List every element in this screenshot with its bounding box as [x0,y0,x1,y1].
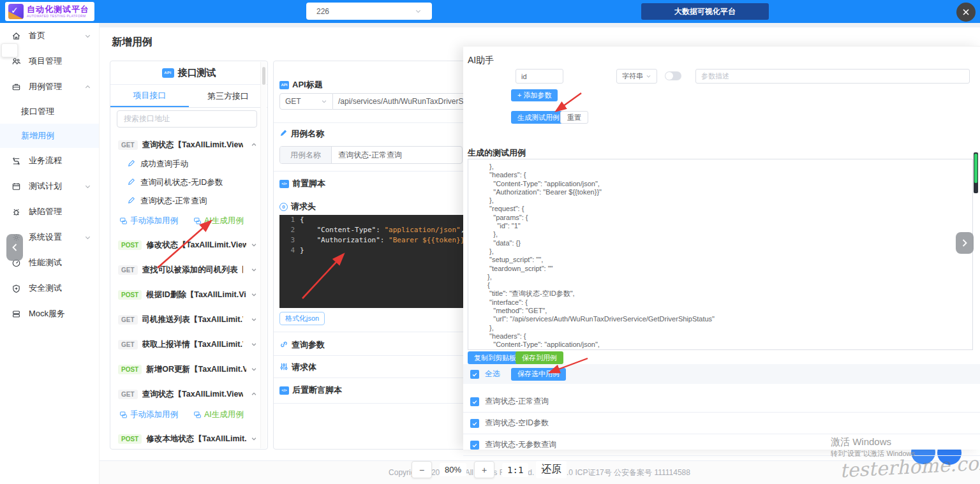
select-all-label[interactable]: 全选 [485,369,500,379]
case-item[interactable]: 查询状态-正常查询 [128,194,257,207]
chevron-down-icon [646,73,651,79]
manual-add-case-link[interactable]: 手动添加用例 [119,216,178,226]
api-group[interactable]: POST 新增OR更新【TaxAllLimit.View】 [118,362,257,376]
tab-project-api[interactable]: 项目接口 [110,85,189,107]
api-list: GET 查询状态【TaxAllLimit.View】 成功查询手动 查询司机状态… [118,130,257,448]
save-to-case-button[interactable]: 保存到用例 [516,351,563,364]
briefcase-icon [11,82,21,92]
chevron-down-icon [251,436,257,442]
case-checkbox[interactable] [470,441,479,450]
format-json-button[interactable]: 格式化json [279,312,325,325]
param-name-input[interactable]: id [516,69,563,84]
sidebar-item-api-mgmt[interactable]: 接口管理 [0,99,99,124]
calendar-icon [11,182,21,191]
chevron-down-icon [251,291,257,298]
post-assert-script-label[interactable]: </> 后置断言脚本 [279,385,342,396]
zoom-ratio-button[interactable]: 1:1 [502,463,528,477]
zoom-restore-button[interactable]: 还原 [536,461,567,478]
query-params-label[interactable]: 查询参数 [279,339,325,351]
ai-generate-case-link[interactable]: AI生成用例 [193,216,244,226]
generate-cases-button[interactable]: 生成测试用例 [511,111,566,124]
api-group[interactable]: GET 查询状态【TaxAllLimit.View】 [118,138,257,152]
method-tag: POST [118,365,142,374]
env-select[interactable]: 226 [306,3,432,20]
api-panel-header: API 接口测试 [110,61,267,85]
api-group[interactable]: POST 修改本地状态【TaxAllLimit.Vie... [118,432,257,446]
case-checkbox[interactable] [470,419,479,428]
method-tag: GET [118,315,138,325]
zoom-out-button[interactable]: − [412,461,432,478]
api-icon: API [162,68,174,78]
scrollbar-thumb[interactable] [974,154,977,183]
case-name-input-group: 用例名称 查询状态-正常查询 [279,146,463,164]
collapse-left-button[interactable] [6,234,23,261]
app-logo[interactable]: ✓ 自动化测试平台 AUTOMATED TESTING PLATFORM [5,2,94,21]
headers-code-editor[interactable]: 1{ 2 "Content-Type": "application/json",… [279,215,468,308]
flow-icon [11,156,21,166]
bigdata-platform-button[interactable]: 大数据可视化平台 [641,3,769,20]
request-headers-label[interactable]: 0 请求头 [279,201,316,212]
app-window: ✓ 自动化测试平台 AUTOMATED TESTING PLATFORM 226… [0,0,980,484]
sidebar-item-mock-service[interactable]: Mock服务 [0,301,99,326]
method-tag: POST [118,240,142,250]
request-line: GET /api/services/Auth/WuRunTaxDriverSer… [279,93,468,110]
link-icon [279,340,288,351]
case-item[interactable]: 成功查询手动 [128,158,257,170]
manual-add-case-link[interactable]: 手动添加用例 [119,409,178,420]
case-checkbox[interactable] [470,397,479,406]
chevron-down-icon [251,242,257,248]
chevron-down-icon [84,33,91,40]
add-param-button[interactable]: + 添加参数 [511,89,558,101]
tab-third-party-api[interactable]: 第三方接口 [189,85,267,107]
chevron-up-icon [84,84,91,91]
header-divider [99,23,980,27]
copy-to-clipboard-button[interactable]: 复制到剪贴板 [468,351,523,364]
chevron-down-icon [251,341,257,348]
case-item[interactable]: 查询司机状态-无ID参数 [128,176,257,189]
api-group[interactable]: POST 根据ID删除【TaxAllLimit.View】 [118,288,257,302]
reset-button[interactable]: 重置 [560,111,588,124]
param-desc-input[interactable]: 参数描述 [695,69,970,84]
sidebar-item-business-flow[interactable]: 业务流程 [0,148,99,173]
method-select[interactable]: GET [279,93,333,110]
close-icon[interactable] [956,3,976,22]
method-tag: GET [118,265,138,275]
case-name-label: 用例名称 [279,128,324,140]
zoom-in-button[interactable]: + [474,461,494,478]
select-all-checkbox[interactable] [470,370,479,379]
api-group[interactable]: GET 司机推送列表【TaxAllLimit.View】 [118,312,257,326]
scrollbar-thumb[interactable] [262,67,265,85]
api-tabs: 项目接口 第三方接口 [110,85,267,108]
shield-icon [11,284,21,293]
api-group[interactable]: POST 修改状态【TaxAllLimit.View】 [118,238,257,252]
chevron-down-icon [415,8,422,15]
generated-cases-json[interactable]: }, "headers": { "Content-Type": "applica… [468,159,973,350]
api-group[interactable]: GET 查询状态【TaxAllLimit.View】 [118,387,257,401]
scrollbar[interactable] [260,62,267,448]
sidebar-item-security-test[interactable]: 安全测试 [0,275,99,301]
sidebar-item-case-mgmt[interactable]: 用例管理 [0,74,99,99]
api-group[interactable]: GET 获取上报详情【TaxAllLimit.View】 [118,337,257,351]
ai-generate-case-link[interactable]: AI生成用例 [193,409,244,420]
method-tag: POST [118,290,142,300]
chevron-up-icon [251,391,257,397]
scrollbar[interactable] [974,152,978,193]
api-group[interactable]: GET 查找可以被添加的司机列表【Ta... [118,263,257,277]
sidebar-item-new-case[interactable]: 新增用例 [0,124,99,148]
case-name-input[interactable]: 查询状态-正常查询 [332,147,462,163]
sidebar-item-test-plan[interactable]: 测试计划 [0,173,99,199]
zoom-level: 80% [440,463,466,476]
method-tag: GET [118,340,138,349]
top-header: ✓ 自动化测试平台 AUTOMATED TESTING PLATFORM 226… [0,0,980,23]
search-input[interactable]: 搜索接口地址 [117,110,257,128]
chevron-down-icon [251,366,257,372]
case-actions: 手动添加用例 AI生成用例 [119,214,257,227]
param-type-select[interactable]: 字符串 [616,69,657,84]
param-required-toggle[interactable] [665,71,681,80]
pre-script-label[interactable]: </> 前置脚本 [279,178,325,189]
sidebar-item-defect-mgmt[interactable]: 缺陷管理 [0,199,99,224]
collapse-right-button[interactable] [956,232,974,254]
request-body-label[interactable]: 请求体 [279,362,316,373]
url-input[interactable]: /api/services/Auth/WuRunTaxDriverService… [333,93,468,110]
save-selected-cases-button[interactable]: 保存选中用例 [511,368,566,381]
